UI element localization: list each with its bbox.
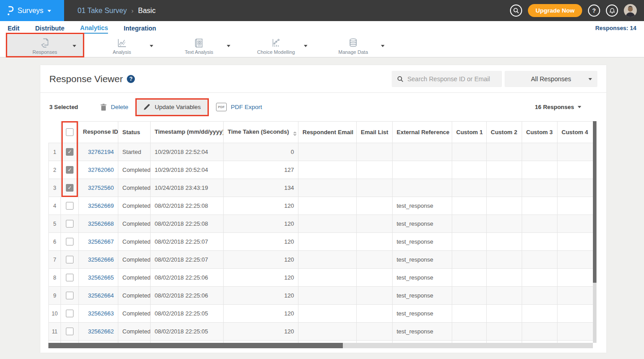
response-id-link[interactable]: 32562666 — [79, 251, 118, 269]
email-list-cell — [357, 305, 393, 323]
pdf-export-label: PDF Export — [231, 104, 262, 110]
brand-menu[interactable]: Surveys — [0, 0, 64, 21]
row-checkbox[interactable] — [66, 274, 73, 281]
email-list-cell — [357, 179, 393, 197]
pdf-export-button[interactable]: PDF PDF Export — [216, 103, 262, 111]
status-cell: Completed — [118, 215, 151, 233]
toolbar-item-responses[interactable]: Responses — [6, 35, 83, 57]
custom-4-cell — [558, 161, 593, 179]
row-number-cell: 2 — [49, 161, 61, 179]
response-id-link[interactable]: 32562667 — [79, 233, 118, 251]
response-id-link[interactable]: 32762194 — [79, 143, 118, 161]
toolbar-item-manage-data[interactable]: Manage Data — [315, 35, 392, 57]
toolbar-item-label: Analysis — [113, 49, 131, 55]
external-reference-cell: test_response — [393, 323, 452, 341]
response-id-link[interactable]: 32562668 — [79, 215, 118, 233]
row-checkbox[interactable] — [66, 220, 73, 228]
checkbox-cell — [61, 305, 79, 323]
custom-3-cell — [522, 269, 558, 287]
horizontal-scrollbar-thumb[interactable] — [48, 343, 343, 348]
chevron-down-icon[interactable] — [150, 45, 153, 47]
col-custom-3: Custom 3 — [522, 122, 558, 143]
table-row: 3✓32752560Completed10/24/2018 23:43:1913… — [49, 179, 593, 197]
row-checkbox[interactable] — [66, 292, 73, 299]
bell-icon[interactable] — [606, 4, 618, 17]
response-filter-value: All Responses — [531, 75, 571, 83]
responses-page-size-dropdown[interactable]: 16 Responses — [535, 104, 581, 110]
response-id-link[interactable]: 32752560 — [79, 179, 118, 197]
help-icon[interactable]: ? — [127, 75, 135, 83]
search-icon[interactable] — [510, 4, 522, 17]
delete-button[interactable]: Delete — [100, 104, 128, 111]
toolbar-item-analysis[interactable]: Analysis — [83, 35, 160, 57]
tab-analytics[interactable]: Analytics — [80, 22, 108, 34]
responses-count-label: Responses: 14 — [595, 25, 636, 31]
chevron-down-icon[interactable] — [73, 45, 76, 47]
help-icon[interactable]: ? — [588, 4, 600, 17]
custom-3-cell — [522, 215, 558, 233]
row-checkbox[interactable] — [66, 310, 73, 317]
column-label: Custom 2 — [491, 129, 517, 136]
row-checkbox[interactable]: ✓ — [66, 148, 73, 156]
update-variables-label: Update Variables — [155, 104, 201, 110]
response-id-link[interactable]: 32562664 — [79, 287, 118, 305]
response-id-link[interactable]: 32562662 — [79, 323, 118, 341]
table-row: 2✓32762060Completed10/29/2018 20:52:0412… — [49, 161, 593, 179]
vertical-scrollbar[interactable] — [593, 121, 596, 343]
chevron-down-icon[interactable] — [304, 45, 307, 47]
select-all-header — [61, 122, 79, 143]
col-time-taken[interactable]: Time Taken (Seconds) — [224, 122, 298, 143]
table-row: 932562664Completed08/02/2018 22:25:06120… — [49, 287, 593, 305]
col-response-id[interactable]: Response ID — [79, 122, 118, 143]
col-status: Status — [118, 122, 151, 143]
chevron-down-icon[interactable] — [381, 45, 385, 47]
row-checkbox[interactable]: ✓ — [66, 184, 73, 192]
page-title: Response Viewer — [49, 74, 123, 84]
row-checkbox[interactable]: ✓ — [66, 166, 73, 174]
sort-icon[interactable] — [293, 131, 297, 136]
timestamp-cell: 08/02/2018 22:25:08 — [151, 197, 224, 215]
response-id-link[interactable]: 32762060 — [79, 161, 118, 179]
column-label: Custom 1 — [456, 129, 483, 136]
response-id-link[interactable]: 32562669 — [79, 197, 118, 215]
upgrade-now-button[interactable]: Upgrade Now — [528, 4, 582, 17]
col-timestamp[interactable]: Timestamp (mm/dd/yyyy) — [151, 122, 224, 143]
response-id-link[interactable]: 32562665 — [79, 269, 118, 287]
email-list-cell — [357, 251, 393, 269]
row-checkbox[interactable] — [66, 238, 73, 245]
checkbox-cell — [61, 197, 79, 215]
toolbar-item-choice-modelling[interactable]: Choice Modelling — [238, 35, 315, 57]
custom-1-cell — [452, 161, 487, 179]
tab-distribute[interactable]: Distribute — [35, 23, 64, 33]
vertical-scrollbar-thumb[interactable] — [593, 121, 596, 283]
avatar[interactable] — [624, 4, 637, 17]
external-reference-cell: test_response — [393, 215, 452, 233]
manage-data-icon — [347, 37, 359, 49]
respondent-email-cell — [298, 161, 357, 179]
row-checkbox[interactable] — [66, 328, 73, 335]
horizontal-scrollbar[interactable] — [48, 343, 593, 348]
tab-edit[interactable]: Edit — [8, 23, 19, 33]
row-checkbox[interactable] — [66, 202, 73, 210]
toolbar-item-label: Choice Modelling — [257, 49, 295, 55]
custom-1-cell — [452, 143, 487, 161]
select-all-checkbox[interactable] — [66, 128, 73, 136]
update-variables-button[interactable]: Update Variables — [135, 98, 209, 116]
tab-integration[interactable]: Integration — [124, 23, 156, 33]
response-filter-dropdown[interactable]: All Responses — [505, 71, 597, 87]
row-number-cell: 3 — [49, 179, 61, 197]
row-checkbox[interactable] — [66, 256, 73, 263]
column-label: External Reference — [397, 129, 450, 136]
checkbox-cell — [61, 251, 79, 269]
row-number-cell: 5 — [49, 215, 61, 233]
breadcrumb-survey-link[interactable]: 01 Take Survey — [78, 7, 127, 15]
chevron-down-icon[interactable] — [227, 45, 230, 47]
toolbar-item-text-analysis[interactable]: Text Analysis — [160, 35, 238, 57]
brand-logo-icon — [7, 6, 13, 16]
table-row: 532562668Completed08/02/2018 22:25:08120… — [49, 215, 593, 233]
search-input[interactable] — [407, 75, 497, 83]
custom-2-cell — [487, 215, 522, 233]
custom-1-cell — [452, 269, 487, 287]
column-label: Custom 4 — [562, 129, 588, 136]
response-id-link[interactable]: 32562663 — [79, 305, 118, 323]
